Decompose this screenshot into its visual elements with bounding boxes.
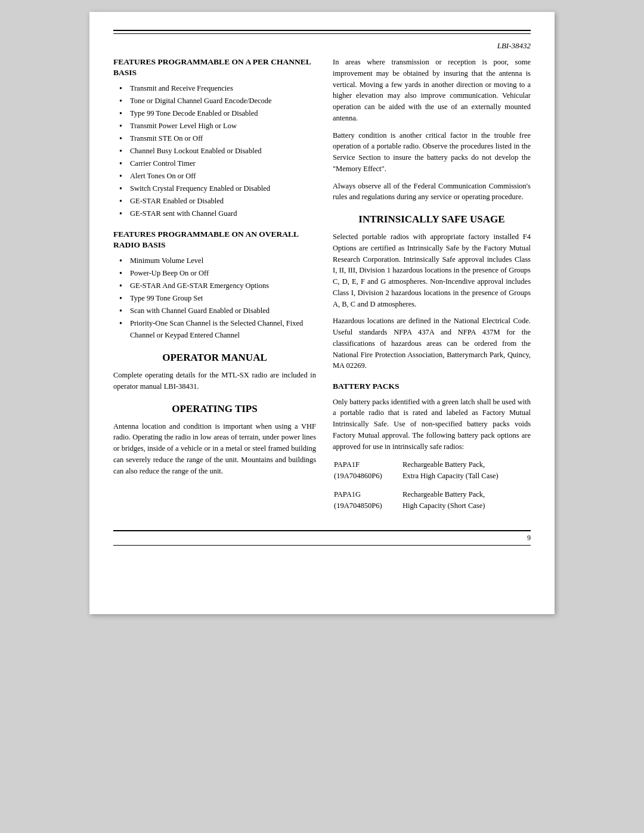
list-item: Minimum Volume Level bbox=[119, 255, 316, 267]
table-row: PAPA1G (19A704850P6) Rechargeable Batter… bbox=[334, 489, 530, 512]
footer: 9 bbox=[113, 530, 531, 546]
list-item: Scan with Channel Guard Enabled or Disab… bbox=[119, 305, 316, 317]
battery-table: PAPA1F (19A704860P6) Rechargeable Batter… bbox=[333, 458, 531, 512]
operator-manual-title: OPERATOR MANUAL bbox=[113, 352, 316, 364]
intrinsic-para2: Hazardous locations are defined in the N… bbox=[333, 315, 531, 371]
battery-model: PAPA1G (19A704850P6) bbox=[334, 489, 401, 512]
header: LBI-38432 bbox=[113, 41, 531, 51]
operating-tips-body: Antenna location and condition is import… bbox=[113, 421, 316, 477]
list-item: Transmit STE On or Off bbox=[119, 132, 316, 144]
left-column: FEATURES PROGRAMMABLE ON A PER CHANNEL B… bbox=[113, 57, 316, 512]
top-rule-thick bbox=[113, 30, 531, 31]
main-content: FEATURES PROGRAMMABLE ON A PER CHANNEL B… bbox=[113, 57, 531, 512]
operating-tips-title: OPERATING TIPS bbox=[113, 403, 316, 415]
list-item: Priority-One Scan Channel is the Selecte… bbox=[119, 317, 316, 341]
section2-title: FEATURES PROGRAMMABLE ON AN OVERALL RADI… bbox=[113, 229, 316, 250]
list-item: Channel Busy Lockout Enabled or Disabled bbox=[119, 145, 316, 157]
right-para2: Battery condition is another critical fa… bbox=[333, 130, 531, 175]
list-item: Type 99 Tone Group Set bbox=[119, 292, 316, 304]
list-item: GE-STAR Enabled or Disabled bbox=[119, 195, 316, 207]
list-item: Carrier Control Timer bbox=[119, 157, 316, 169]
page: LBI-38432 FEATURES PROGRAMMABLE ON A PER… bbox=[89, 12, 555, 614]
list-item: Tone or Digital Channel Guard Encode/Dec… bbox=[119, 95, 316, 107]
table-spacer bbox=[334, 483, 530, 488]
list-item: Switch Crystal Frequency Enabled or Disa… bbox=[119, 182, 316, 194]
list-item: Transmit and Receive Frequencies bbox=[119, 82, 316, 94]
right-para3: Always observe all of the Federal Commun… bbox=[333, 181, 531, 203]
operator-body: Complete operating details for the MTL-S… bbox=[113, 370, 316, 392]
battery-title: BATTERY PACKS bbox=[333, 381, 531, 392]
page-number: 9 bbox=[527, 534, 531, 543]
intrinsic-para1: Selected portable radios with appropriat… bbox=[333, 231, 531, 309]
battery-desc: Rechargeable Battery Pack, Extra High Ca… bbox=[402, 459, 530, 482]
list-item: Power-Up Beep On or Off bbox=[119, 267, 316, 279]
list-item: GE-STAR And GE-STAR Emergency Options bbox=[119, 280, 316, 292]
list-item: Alert Tones On or Off bbox=[119, 170, 316, 182]
table-row: PAPA1F (19A704860P6) Rechargeable Batter… bbox=[334, 459, 530, 482]
list-item: Type 99 Tone Decode Enabled or Disabled bbox=[119, 107, 316, 119]
battery-para: Only battery packs identified with a gre… bbox=[333, 397, 531, 453]
list-item: Transmit Power Level High or Low bbox=[119, 120, 316, 132]
battery-desc: Rechargeable Battery Pack, High Capacity… bbox=[402, 489, 530, 512]
top-rule-thin bbox=[113, 33, 531, 34]
section1-title: FEATURES PROGRAMMABLE ON A PER CHANNEL B… bbox=[113, 57, 316, 78]
right-para1: In areas where transmission or reception… bbox=[333, 57, 531, 124]
list-item: GE-STAR sent with Channel Guard bbox=[119, 208, 316, 219]
section2-list: Minimum Volume Level Power-Up Beep On or… bbox=[113, 255, 316, 341]
document-id: LBI-38432 bbox=[497, 41, 531, 51]
section1-list: Transmit and Receive Frequencies Tone or… bbox=[113, 82, 316, 219]
right-column: In areas where transmission or reception… bbox=[333, 57, 531, 512]
battery-model: PAPA1F (19A704860P6) bbox=[334, 459, 401, 482]
intrinsic-title: INTRINSICALLY SAFE USAGE bbox=[333, 213, 531, 225]
